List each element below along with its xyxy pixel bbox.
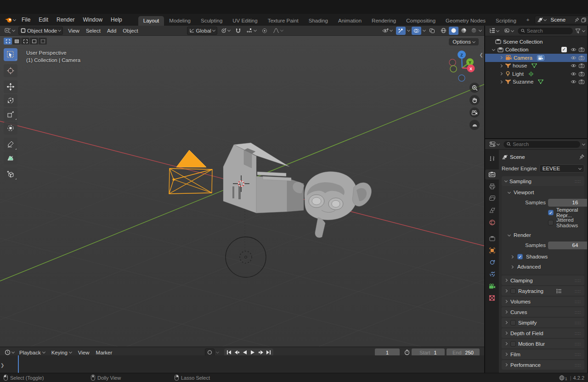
viewport-samples-field[interactable]: 16 [548, 199, 587, 207]
pin-icon[interactable] [575, 17, 579, 22]
workspace-tab[interactable]: Texture Paint [263, 16, 304, 26]
shading-dropdown-icon[interactable] [479, 28, 482, 32]
menubar-item[interactable]: Help [107, 17, 126, 23]
shadows-checkbox[interactable]: ✓ [517, 254, 523, 259]
hide-eye-icon[interactable] [570, 72, 577, 76]
drag-handle-icon[interactable]: :::: [575, 179, 581, 184]
tab-object[interactable] [485, 245, 499, 255]
ortho-toggle-icon[interactable] [469, 120, 480, 130]
menubar-item[interactable]: Render [52, 17, 79, 23]
viewport-menu-item[interactable]: Add [104, 28, 119, 34]
breadcrumb-scene-name[interactable]: Scene [510, 154, 525, 160]
mesh-data-icon[interactable] [531, 63, 537, 68]
properties-panel-header[interactable]: Raytracing :::: [502, 286, 584, 296]
snap-toggle[interactable] [234, 27, 243, 35]
disable-render-icon[interactable] [577, 72, 585, 76]
tab-collection[interactable] [485, 233, 499, 243]
hide-eye-icon[interactable] [570, 63, 577, 68]
workspace-tab[interactable]: Scripting [491, 16, 521, 26]
disable-render-icon[interactable] [577, 47, 585, 52]
filter-icon[interactable] [575, 28, 581, 34]
drag-handle-icon[interactable]: :::: [575, 363, 581, 367]
menubar-item[interactable]: Edit [34, 17, 52, 23]
viewport-menu-item[interactable]: Select [83, 28, 104, 34]
select-mode-subtract[interactable] [21, 38, 29, 45]
collection-label[interactable]: Collection [505, 47, 529, 52]
camera-data-icon[interactable] [537, 55, 544, 61]
mode-selector[interactable]: Object Mode [18, 27, 63, 35]
overlays-dropdown-icon[interactable] [423, 28, 426, 32]
scale-tool[interactable] [4, 108, 17, 121]
timeline-menu-item[interactable]: View [75, 350, 93, 355]
properties-panel-header[interactable]: Curves :::: [502, 307, 584, 317]
new-scene-icon[interactable] [581, 17, 586, 22]
scene-collection-label[interactable]: Scene Collection [503, 39, 543, 45]
expand-chevron-icon[interactable] [499, 72, 503, 75]
advanced-subpanel-header[interactable]: Advanced [502, 262, 584, 272]
pan-hand-icon[interactable] [469, 95, 480, 105]
scene-icon[interactable] [537, 17, 546, 22]
zoom-icon[interactable] [469, 83, 480, 93]
tab-object-data[interactable] [485, 281, 499, 291]
workspace-tab[interactable]: UV Editing [227, 16, 262, 26]
outliner-row-collection[interactable]: Collection ✓ [485, 46, 587, 54]
viewport-3d[interactable]: User Perspective (1) Collection | Camera… [0, 36, 484, 347]
navigation-gizmo[interactable]: Z Y X [447, 49, 477, 84]
rotate-tool[interactable] [4, 94, 17, 107]
expand-chevron-icon[interactable] [499, 80, 503, 84]
tab-world[interactable] [485, 217, 499, 227]
render-engine-dropdown[interactable]: EEVEE [539, 164, 584, 173]
scene-name[interactable]: Scene [548, 17, 573, 22]
drag-handle-icon[interactable]: :::: [575, 278, 581, 283]
drag-handle-icon[interactable]: :::: [575, 331, 581, 336]
show-object-types-selector[interactable] [380, 27, 394, 35]
outliner-search[interactable] [517, 27, 573, 35]
playhead-line[interactable] [18, 355, 19, 373]
tab-constraints[interactable] [485, 269, 499, 279]
outliner-editor-type-button[interactable] [487, 27, 501, 35]
annotate-tool[interactable] [4, 138, 17, 151]
shading-wireframe-button[interactable] [439, 27, 448, 35]
outliner-row-scene-collection[interactable]: Scene Collection [485, 38, 587, 46]
timeline-menu-item[interactable]: Playback [16, 350, 48, 355]
light-data-icon[interactable] [528, 71, 534, 77]
properties-panel-header[interactable]: Clamping :::: [502, 275, 584, 285]
add-cube-tool[interactable] [4, 168, 17, 180]
hide-eye-icon[interactable] [570, 79, 577, 84]
transform-orientation-selector[interactable]: Global [187, 27, 217, 35]
timeline-expand-arrow[interactable]: ❯ [0, 363, 4, 368]
drag-handle-icon[interactable]: :::: [575, 342, 581, 346]
object-name[interactable]: Suzanne [513, 79, 533, 84]
blender-logo-icon[interactable] [5, 17, 16, 23]
shading-material-button[interactable] [459, 27, 469, 35]
tab-render[interactable] [485, 169, 499, 180]
properties-panel-header[interactable]: Volumes :::: [502, 297, 584, 306]
render-subpanel-header[interactable]: Render [502, 230, 584, 240]
sidebar-collapse-arrow[interactable]: ❮ [480, 52, 483, 57]
add-workspace-button[interactable]: + [521, 15, 535, 25]
outliner-display-mode-button[interactable] [503, 27, 515, 35]
options-button[interactable]: Options [449, 38, 479, 45]
use-preview-range-icon[interactable] [404, 349, 410, 355]
camera-view-icon[interactable] [469, 107, 480, 118]
timeline-menu-item[interactable]: Keying [48, 350, 75, 355]
outliner-object-row[interactable]: house [485, 62, 587, 70]
properties-search[interactable] [503, 140, 581, 148]
render-samples-field[interactable]: 64 [548, 242, 587, 249]
tab-physics[interactable] [485, 257, 499, 267]
expand-chevron-icon[interactable] [499, 64, 503, 67]
show-overlays-toggle[interactable] [412, 27, 421, 35]
gizmo-dropdown-icon[interactable] [407, 28, 410, 32]
hide-eye-icon[interactable] [570, 47, 577, 52]
properties-options-icon[interactable] [582, 142, 585, 145]
auto-keying-dropdown-icon[interactable] [216, 350, 219, 354]
move-tool[interactable] [4, 80, 17, 93]
sampling-panel-header[interactable]: Sampling :::: [502, 176, 584, 186]
drag-handle-icon[interactable]: :::: [575, 310, 581, 315]
workspace-tab[interactable]: Rendering [367, 16, 401, 26]
proportional-falloff-selector[interactable] [271, 27, 285, 35]
temporal-reprojection-checkbox[interactable]: ✓ [548, 210, 554, 215]
workspace-tab[interactable]: Modeling [164, 16, 196, 26]
workspace-tab[interactable]: Geometry Nodes [441, 16, 491, 26]
outliner-search-input[interactable] [527, 28, 570, 34]
